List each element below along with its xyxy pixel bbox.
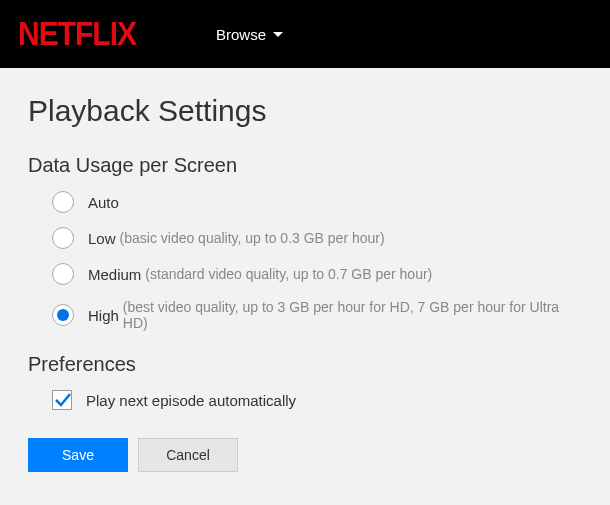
radio-icon — [52, 304, 74, 326]
autoplay-label: Play next episode automatically — [86, 392, 296, 409]
content-area: Playback Settings Data Usage per Screen … — [0, 68, 610, 498]
save-button[interactable]: Save — [28, 438, 128, 472]
radio-label: Low — [88, 230, 116, 247]
radio-option-medium[interactable]: Medium (standard video quality, up to 0.… — [52, 263, 582, 285]
top-bar: NETFLIX Browse — [0, 0, 610, 68]
radio-desc: (best video quality, up to 3 GB per hour… — [123, 299, 582, 331]
preferences-heading: Preferences — [28, 353, 582, 376]
autoplay-checkbox-row[interactable]: Play next episode automatically — [28, 390, 582, 410]
data-usage-heading: Data Usage per Screen — [28, 154, 582, 177]
radio-option-high[interactable]: High (best video quality, up to 3 GB per… — [52, 299, 582, 331]
browse-label: Browse — [216, 26, 266, 43]
data-usage-radio-group: Auto Low (basic video quality, up to 0.3… — [28, 191, 582, 331]
radio-option-low[interactable]: Low (basic video quality, up to 0.3 GB p… — [52, 227, 582, 249]
radio-desc: (standard video quality, up to 0.7 GB pe… — [145, 266, 432, 282]
radio-icon — [52, 263, 74, 285]
checkbox-icon — [52, 390, 72, 410]
radio-icon — [52, 191, 74, 213]
radio-option-auto[interactable]: Auto — [52, 191, 582, 213]
cancel-button[interactable]: Cancel — [138, 438, 238, 472]
radio-icon — [52, 227, 74, 249]
browse-menu[interactable]: Browse — [216, 26, 283, 43]
radio-desc: (basic video quality, up to 0.3 GB per h… — [120, 230, 385, 246]
radio-label: Medium — [88, 266, 141, 283]
radio-label: Auto — [88, 194, 119, 211]
caret-down-icon — [273, 32, 283, 37]
page-title: Playback Settings — [28, 94, 582, 128]
netflix-logo: NETFLIX — [18, 15, 136, 52]
checkmark-icon — [54, 391, 72, 409]
button-row: Save Cancel — [28, 438, 582, 472]
radio-label: High — [88, 307, 119, 324]
